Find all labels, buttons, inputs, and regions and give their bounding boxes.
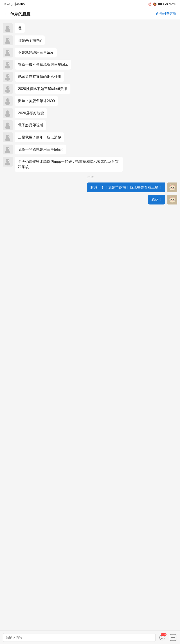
message-bubble: 你是果子機嗎? — [15, 36, 45, 45]
table-row: iPad遠沒有宣傳的那么好用 — [3, 72, 177, 82]
svg-point-0 — [6, 26, 10, 29]
other-avatar-icon — [4, 97, 12, 105]
svg-point-54 — [171, 187, 172, 188]
table-row: 我高一開始就是用三星tabs4 — [3, 144, 177, 154]
avatar-other — [3, 120, 13, 130]
avatar-other — [3, 157, 13, 166]
self-avatar-icon — [167, 182, 177, 192]
alarm-icon: ⏰ — [148, 2, 152, 6]
svg-point-56 — [172, 188, 173, 189]
paid-consult-button[interactable]: 向他付費咨詢 — [156, 12, 176, 16]
table-row: 不是就建議用三星tabs — [3, 48, 177, 58]
svg-point-9 — [5, 53, 10, 56]
status-left: HD 4G 43.2K/s — [3, 2, 25, 6]
svg-point-14 — [7, 63, 8, 64]
svg-point-39 — [8, 136, 9, 137]
chat-title: fo系的慰慰 — [10, 11, 156, 16]
table-row: 電子廢品即視感 — [3, 120, 177, 130]
message-bubble: 三星我用了倆年，所以清楚 — [15, 132, 64, 142]
other-avatar-icon — [4, 60, 12, 69]
table-row: 感謝！ — [3, 194, 177, 204]
svg-point-75 — [161, 636, 162, 637]
bar3 — [14, 3, 14, 6]
back-button[interactable]: ← — [4, 11, 8, 16]
svg-point-42 — [7, 148, 8, 149]
battery-icon — [158, 3, 163, 6]
message-bubble: 安卓手機不是華爲就選三星tabs — [15, 60, 71, 70]
avatar-other — [3, 84, 13, 94]
svg-point-37 — [5, 138, 10, 141]
signal-4g: 4G — [7, 3, 11, 6]
avatar-other — [3, 60, 13, 70]
avatar-other — [3, 96, 13, 106]
bar4 — [15, 2, 16, 6]
avatar-self — [167, 182, 177, 192]
svg-point-41 — [5, 150, 10, 153]
svg-point-69 — [172, 200, 173, 201]
table-row: 嘿 — [3, 23, 177, 33]
speed-label: 43.2K/s — [17, 3, 25, 6]
svg-point-24 — [6, 98, 10, 102]
svg-point-31 — [8, 112, 9, 112]
svg-point-32 — [6, 122, 10, 126]
bar1 — [12, 5, 12, 6]
svg-point-15 — [8, 63, 9, 64]
svg-point-25 — [5, 102, 10, 105]
time-label: 17:13 — [169, 2, 177, 6]
avatar-other — [3, 48, 13, 58]
svg-point-3 — [8, 27, 9, 28]
svg-point-18 — [7, 76, 8, 76]
message-bubble: iPad遠沒有宣傳的那么好用 — [15, 72, 64, 82]
message-input[interactable] — [3, 633, 156, 642]
add-button[interactable] — [169, 633, 177, 642]
message-bubble: 嘿 — [15, 23, 25, 33]
svg-point-20 — [6, 86, 10, 90]
other-avatar-icon — [4, 24, 12, 32]
svg-point-4 — [6, 38, 10, 41]
message-bubble-self: 謝謝！！！我是華爲機！我現在去看看三星！ — [87, 182, 165, 192]
svg-point-29 — [5, 114, 10, 117]
svg-point-35 — [8, 124, 9, 124]
svg-point-28 — [6, 110, 10, 114]
emoji-badge: New — [161, 633, 166, 636]
carrier-label: HD — [3, 3, 6, 6]
table-row: 至今仍舊覺得比華爲的mpp一代好，指書寫和顯示效果以及音質和系統 — [3, 157, 177, 172]
svg-point-8 — [6, 50, 10, 54]
svg-point-62 — [169, 198, 175, 202]
svg-point-33 — [5, 126, 10, 129]
table-row: 安卓手機不是華爲就選三星tabs — [3, 60, 177, 70]
avatar-other — [3, 72, 13, 82]
signal-bars — [12, 2, 16, 6]
svg-point-12 — [6, 62, 10, 66]
svg-point-34 — [7, 124, 8, 124]
self-avatar-icon — [167, 194, 177, 204]
battery-fill — [158, 3, 162, 5]
svg-line-71 — [169, 201, 171, 201]
svg-point-40 — [6, 147, 10, 150]
svg-point-76 — [163, 636, 163, 637]
status-right: ⏰ 🔕 79 17:13 — [148, 2, 177, 6]
bar2 — [13, 4, 13, 6]
svg-point-47 — [8, 160, 9, 161]
avatar-other — [3, 144, 13, 154]
message-bubble: 閑魚上美版帶筆才2600 — [15, 96, 58, 106]
svg-point-38 — [7, 136, 8, 137]
svg-point-45 — [5, 162, 10, 166]
add-icon — [169, 634, 177, 641]
emoji-button[interactable]: New — [158, 633, 166, 642]
svg-point-1 — [5, 29, 10, 32]
status-bar: HD 4G 43.2K/s ⏰ 🔕 79 17:13 — [0, 0, 180, 8]
table-row: 閑魚上美版帶筆才2600 — [3, 96, 177, 106]
other-avatar-icon — [4, 36, 12, 44]
svg-point-17 — [5, 78, 10, 80]
other-avatar-icon — [4, 121, 12, 129]
message-bubble: 2020屏幕好垃圾 — [15, 108, 47, 118]
svg-point-23 — [8, 88, 9, 88]
table-row: 2020屏幕好垃圾 — [3, 108, 177, 118]
svg-line-58 — [169, 188, 171, 189]
svg-point-46 — [7, 160, 8, 161]
battery-tip — [163, 3, 163, 5]
svg-point-27 — [8, 100, 9, 100]
avatar-other — [3, 108, 13, 118]
svg-point-7 — [8, 39, 9, 40]
